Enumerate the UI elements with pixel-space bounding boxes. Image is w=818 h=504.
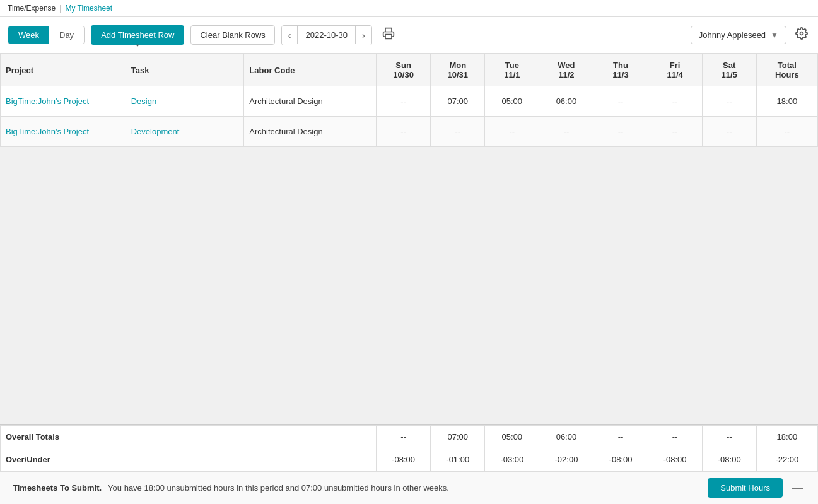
over-under-tue: -03:00: [485, 448, 539, 471]
row-sun: --: [377, 117, 431, 147]
clear-blank-rows-button[interactable]: Clear Blank Rows: [190, 25, 274, 45]
overall-thu: --: [593, 426, 648, 448]
toolbar: Week Day Add Timesheet Row Clear Blank R…: [0, 17, 818, 54]
over-under-fri: -08:00: [648, 448, 702, 471]
footer-bar: Timesheets To Submit. You have 18:00 uns…: [0, 471, 818, 504]
overall-mon: 07:00: [431, 426, 485, 448]
minimize-button[interactable]: —: [789, 481, 805, 495]
header-total: Total Hours: [756, 54, 817, 86]
main-content: Project Task Labor Code Sun 10/30 Mon 10…: [0, 54, 818, 471]
header-tue: Tue 11/1: [485, 54, 539, 86]
over-under-row: Over/Under -08:00 -01:00 -03:00 -02:00 -…: [1, 448, 818, 471]
current-date-display: 2022-10-30: [297, 26, 356, 44]
header-labor-code: Labor Code: [244, 54, 377, 86]
overall-sat: --: [702, 426, 756, 448]
date-navigator: ‹ 2022-10-30 ›: [281, 25, 372, 45]
row-mon: 07:00: [431, 86, 485, 117]
printer-icon: [382, 27, 395, 40]
view-toggle: Week Day: [8, 26, 85, 44]
row-sat: --: [702, 86, 756, 117]
row-sun: --: [377, 86, 431, 117]
header-wed: Wed 11/2: [539, 54, 593, 86]
row-task: Development: [126, 117, 244, 147]
row-mon: --: [431, 117, 485, 147]
totals-table: Overall Totals -- 07:00 05:00 06:00 -- -…: [0, 425, 818, 471]
overall-totals-row: Overall Totals -- 07:00 05:00 06:00 -- -…: [1, 426, 818, 448]
chevron-down-icon: ▼: [771, 31, 778, 40]
row-labor-code: Architectural Design: [244, 117, 377, 147]
header-thu: Thu 11/3: [593, 54, 648, 86]
submit-hours-button[interactable]: Submit Hours: [708, 478, 783, 498]
print-button[interactable]: [378, 23, 399, 47]
overall-sun: --: [377, 426, 431, 448]
row-total: 18:00: [756, 86, 817, 117]
over-under-total: -22:00: [756, 448, 817, 471]
header-project: Project: [1, 54, 126, 86]
over-under-sat: -08:00: [702, 448, 756, 471]
row-project: BigTime:John's Project: [1, 86, 126, 117]
gear-icon: [795, 27, 808, 40]
header-mon: Mon 10/31: [431, 54, 485, 86]
breadcrumb: Time/Expense | My Timesheet: [0, 0, 818, 17]
svg-point-1: [800, 32, 803, 35]
timesheet-table: Project Task Labor Code Sun 10/30 Mon 10…: [0, 54, 818, 147]
row-fri: --: [648, 86, 702, 117]
row-thu: --: [593, 117, 648, 147]
header-fri: Fri 11/4: [648, 54, 702, 86]
row-tue: --: [485, 117, 539, 147]
table-row: BigTime:John's Project Development Archi…: [1, 117, 818, 147]
settings-button[interactable]: [793, 25, 810, 45]
user-name: Johnny Appleseed: [699, 30, 766, 40]
row-labor-code: Architectural Design: [244, 86, 377, 117]
footer-info-text: You have 18:00 unsubmitted hours in this…: [108, 483, 449, 493]
overall-fri: --: [648, 426, 702, 448]
row-fri: --: [648, 117, 702, 147]
next-date-button[interactable]: ›: [356, 26, 371, 45]
row-sat: --: [702, 117, 756, 147]
row-total: --: [756, 117, 817, 147]
row-project: BigTime:John's Project: [1, 117, 126, 147]
overall-totals-label: Overall Totals: [1, 426, 377, 448]
table-wrapper: Project Task Labor Code Sun 10/30 Mon 10…: [0, 54, 818, 424]
row-tue: 05:00: [485, 86, 539, 117]
totals-section: Overall Totals -- 07:00 05:00 06:00 -- -…: [0, 424, 818, 471]
header-sun: Sun 10/30: [377, 54, 431, 86]
header-sat: Sat 11/5: [702, 54, 756, 86]
add-timesheet-row-button[interactable]: Add Timesheet Row: [91, 25, 184, 45]
svg-rect-0: [385, 35, 392, 39]
over-under-sun: -08:00: [377, 448, 431, 471]
over-under-label: Over/Under: [1, 448, 377, 471]
table-row: BigTime:John's Project Design Architectu…: [1, 86, 818, 117]
prev-date-button[interactable]: ‹: [282, 26, 298, 45]
week-toggle-btn[interactable]: Week: [8, 26, 49, 44]
overall-wed: 06:00: [539, 426, 593, 448]
day-toggle-btn[interactable]: Day: [49, 26, 84, 44]
overall-total: 18:00: [756, 426, 817, 448]
row-thu: --: [593, 86, 648, 117]
row-wed: 06:00: [539, 86, 593, 117]
breadcrumb-app: Time/Expense: [8, 4, 56, 13]
over-under-thu: -08:00: [593, 448, 648, 471]
breadcrumb-sep: |: [59, 4, 61, 13]
overall-tue: 05:00: [485, 426, 539, 448]
header-task: Task: [126, 54, 244, 86]
user-dropdown[interactable]: Johnny Appleseed ▼: [691, 26, 786, 44]
breadcrumb-page[interactable]: My Timesheet: [65, 4, 112, 13]
row-wed: --: [539, 117, 593, 147]
over-under-wed: -02:00: [539, 448, 593, 471]
over-under-mon: -01:00: [431, 448, 485, 471]
row-task: Design: [126, 86, 244, 117]
timesheets-label: Timesheets To Submit.: [13, 483, 102, 493]
